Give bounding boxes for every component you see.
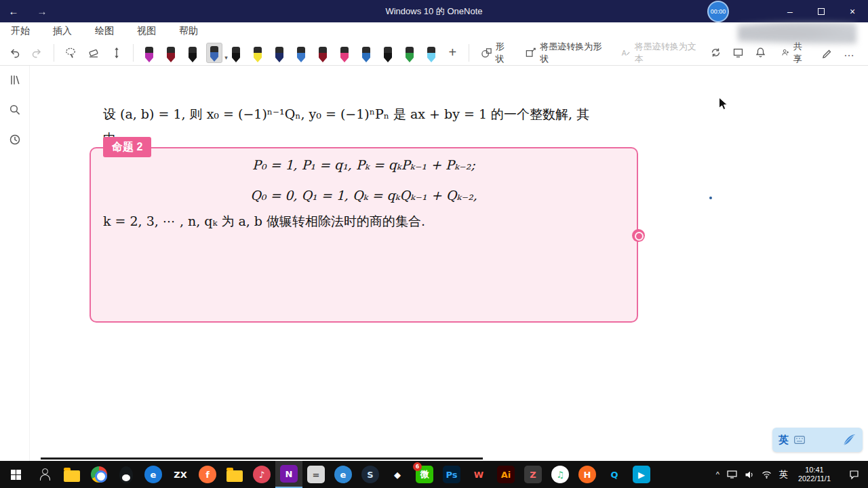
taskbar-clock[interactable]: 10:41 2022/11/1 — [795, 466, 833, 483]
minimize-button[interactable]: – — [774, 0, 806, 22]
taskbar-zx-app[interactable]: ZX — [167, 461, 194, 488]
pen-tool-1[interactable] — [141, 43, 157, 63]
search-button[interactable] — [9, 104, 21, 119]
taskbar-music-pink[interactable]: ♪ — [248, 461, 275, 488]
pen-tool-3[interactable] — [184, 43, 201, 63]
svg-text:A: A — [622, 49, 627, 56]
pen-tool-8[interactable] — [293, 43, 309, 63]
pen-mode-button[interactable] — [821, 47, 833, 58]
pan-button[interactable] — [107, 43, 125, 62]
taskbar-diamond-app[interactable]: ◆ — [384, 461, 411, 488]
pen-tool-14[interactable] — [423, 43, 439, 63]
taskbar-bilibili[interactable]: ▶ — [628, 461, 655, 488]
selection-handle[interactable] — [632, 229, 645, 242]
ime-panel[interactable]: 英 — [772, 428, 863, 452]
tab-help[interactable]: 帮助 — [178, 24, 199, 39]
redo-button[interactable] — [28, 43, 47, 62]
pen-tool-6[interactable] — [250, 43, 266, 63]
ink-to-shape-button[interactable]: 将墨迹转换为形状 — [521, 38, 611, 68]
taskbar-chrome[interactable] — [85, 461, 113, 488]
titlebar: ← → Windows 10 的 OneNote 00:00 – × — [0, 0, 868, 22]
input-language-indicator[interactable]: 英 — [779, 468, 788, 481]
tab-draw[interactable]: 绘图 — [94, 24, 115, 39]
monitor-icon[interactable] — [727, 470, 737, 479]
share-button[interactable]: 共享 — [777, 38, 810, 68]
notifications-button[interactable] — [755, 47, 766, 58]
taskbar-qq-music[interactable]: ♫ — [547, 461, 574, 488]
taskbar-orange-app[interactable]: H — [574, 461, 601, 488]
shapes-button[interactable]: 形状 — [477, 38, 517, 68]
ink-stroke-line — [41, 458, 483, 460]
people-icon — [38, 468, 52, 481]
pen-tool-10[interactable] — [336, 43, 353, 63]
qq-music-icon: ♫ — [551, 466, 569, 483]
window-controls: – × — [774, 0, 868, 22]
tray-expand-button[interactable]: ^ — [716, 470, 719, 479]
add-pen-button[interactable]: + — [444, 45, 461, 60]
pen-tool-13[interactable] — [401, 43, 418, 63]
sync-button[interactable] — [710, 47, 722, 58]
taskbar: eZXf♪N=eS◆微6PsWAiZ♫HQ▶ ^ 英 10:41 2022/11… — [0, 461, 868, 488]
taskbar-wechat[interactable]: 微6 — [411, 461, 438, 488]
undo-button[interactable] — [5, 43, 24, 62]
network-wifi-icon[interactable] — [762, 470, 772, 479]
cursor-arrow-icon — [718, 97, 729, 112]
taskbar-file-explorer[interactable] — [58, 461, 85, 488]
eraser-button[interactable] — [85, 43, 103, 62]
redo-icon — [31, 47, 43, 58]
taskbar-qq[interactable] — [113, 461, 140, 488]
taskbar-word-w[interactable]: W — [465, 461, 492, 488]
pen-tool-11[interactable] — [358, 43, 374, 63]
fullscreen-icon — [732, 47, 744, 58]
pen-tool-12[interactable] — [380, 43, 396, 63]
taskbar-illustrator[interactable]: Ai — [492, 461, 519, 488]
pen-tool-5[interactable] — [228, 43, 244, 63]
keyboard-icon[interactable] — [794, 436, 805, 444]
taskbar-dark-z-app[interactable]: Z — [519, 461, 547, 488]
action-center-button[interactable] — [841, 461, 867, 488]
left-sidebar — [0, 66, 30, 461]
firefox-icon: f — [199, 466, 216, 483]
file-explorer-icon — [64, 470, 80, 482]
taskbar-photoshop[interactable]: Ps — [438, 461, 465, 488]
photoshop-icon: Ps — [443, 466, 460, 483]
page-canvas[interactable]: 命题 2 设 (a, b) = 1, 则 x₀ = (−1)ⁿ⁻¹Qₙ, y₀ … — [30, 66, 868, 461]
edge-icon: e — [334, 466, 352, 483]
proposition-box[interactable] — [90, 147, 638, 323]
draw-toolbar: ▾ + 形状 将墨迹转换为形状 A 将墨迹转换为文本 — [0, 40, 868, 66]
qq-icon — [119, 466, 133, 483]
taskbar-onenote[interactable]: N — [275, 461, 302, 488]
taskbar-edge[interactable]: e — [330, 461, 357, 488]
close-button[interactable]: × — [837, 0, 868, 22]
pen-tool-4[interactable]: ▾ — [206, 43, 222, 63]
ink-to-text-button[interactable]: A 将墨迹转换为文本 — [616, 38, 706, 68]
note-line-3: k = 2, 3, ⋯ , n, qₖ 为 a, b 做辗转相除法时的商的集合. — [103, 213, 425, 230]
volume-icon[interactable] — [745, 470, 754, 479]
taskbar-qq-browser[interactable]: Q — [601, 461, 628, 488]
mouse-cursor — [718, 97, 729, 115]
tab-view[interactable]: 视图 — [136, 24, 157, 39]
pen-tool-9[interactable] — [315, 43, 331, 63]
start-button[interactable] — [0, 461, 31, 488]
lasso-select-button[interactable] — [62, 43, 80, 62]
fullscreen-button[interactable] — [732, 47, 744, 58]
taskbar-calculator[interactable]: = — [302, 461, 330, 488]
taskbar-steam[interactable]: S — [357, 461, 384, 488]
clock-icon — [9, 134, 21, 146]
recording-timer-badge[interactable]: 00:00 — [707, 1, 729, 22]
maximize-button[interactable] — [806, 0, 837, 22]
pen-tool-2[interactable] — [163, 43, 179, 63]
tab-insert[interactable]: 插入 — [52, 24, 73, 39]
recent-notes-button[interactable] — [9, 134, 21, 148]
taskbar-folder-2[interactable] — [221, 461, 248, 488]
notebooks-button[interactable] — [9, 74, 21, 89]
taskbar-blue-e-app[interactable]: e — [140, 461, 167, 488]
pen-tool-7[interactable] — [271, 43, 288, 63]
taskbar-people[interactable] — [31, 461, 58, 488]
tab-home[interactable]: 开始 — [9, 24, 31, 39]
ime-language-indicator[interactable]: 英 — [778, 434, 789, 447]
taskbar-firefox[interactable]: f — [194, 461, 221, 488]
undo-icon — [9, 47, 20, 58]
clock-date: 2022/11/1 — [798, 474, 831, 483]
more-options-button[interactable]: … — [844, 47, 856, 59]
